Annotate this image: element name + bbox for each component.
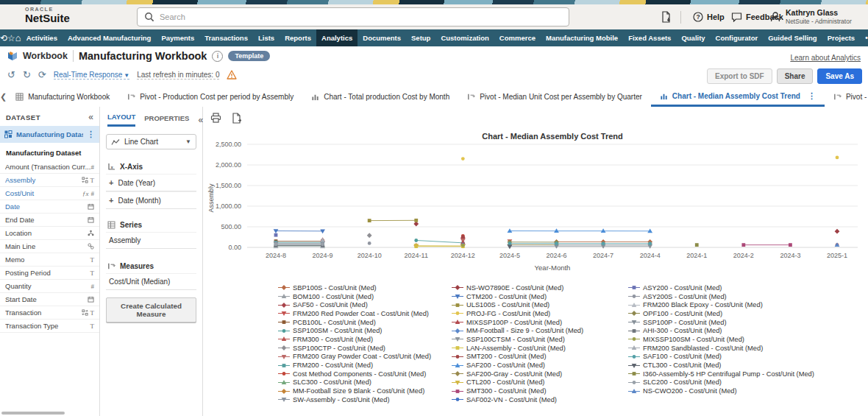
- dataset-selected-row[interactable]: Manufacturing Dataset ⋮: [0, 126, 99, 143]
- legend-item[interactable]: NS-WO7890E - Cost/Unit (Med): [452, 283, 628, 292]
- data-mode-dropdown[interactable]: Real-Time Response▼: [54, 71, 129, 80]
- legend-item[interactable]: BOM100 - Cost/Unit (Med): [278, 292, 452, 301]
- legend-item[interactable]: SAF200 - Cost/Unit (Med): [452, 361, 628, 370]
- legend-item[interactable]: SAF100 - Cost/Unit (Med): [628, 353, 814, 362]
- legend-item[interactable]: CTM200 - Cost/Unit (Med): [452, 292, 628, 301]
- nav-item-fixed-assets[interactable]: Fixed Assets: [623, 29, 676, 46]
- legend-item[interactable]: SAF200-Gray - Cost/Unit (Med): [452, 370, 628, 378]
- legend-item[interactable]: SW-Assembly - Cost/Unit (Med): [278, 395, 452, 404]
- legend-item[interactable]: PROJ-FG - Cost/Unit (Med): [452, 309, 628, 318]
- nav-item-documents[interactable]: Documents: [357, 29, 406, 46]
- export-to-sdf-button[interactable]: Export to SDF: [707, 68, 772, 84]
- legend-item[interactable]: SLC200 - Cost/Unit (Med): [628, 378, 814, 387]
- legend-item[interactable]: FRM200 Red Powder Coat - Cost/Unit (Med): [278, 309, 452, 318]
- dataset-field-cost-unit[interactable]: Cost/Unitƒx#: [0, 187, 99, 200]
- dataset-field-date[interactable]: Date: [0, 200, 99, 214]
- tab-layout[interactable]: LAYOUT: [107, 113, 135, 127]
- legend-item[interactable]: ASY200S - Cost/Unit (Med): [628, 292, 814, 301]
- dataset-field-posting-period[interactable]: Posting PeriodT: [0, 267, 99, 280]
- legend-item[interactable]: LAN-Assembly - Cost/Unit (Med): [452, 344, 628, 353]
- measure-item-cost-unit-median[interactable]: Cost/Unit (Median): [106, 273, 196, 290]
- redo-icon[interactable]: ↻: [23, 70, 31, 80]
- legend-item[interactable]: SAF002-VN - Cost/Unit (Med): [452, 395, 628, 404]
- tabs-scroll-left-icon[interactable]: ❮: [0, 87, 7, 107]
- legend-item[interactable]: SAF50 - Cost/Unit (Med): [278, 300, 452, 309]
- legend-item[interactable]: Cost Method Components - Cost/Unit (Med): [278, 370, 452, 378]
- legend-item[interactable]: SSP100SM - Cost/Unit (Med): [278, 326, 452, 335]
- xaxis-item-date-year-[interactable]: +Date (Year): [106, 174, 196, 191]
- legend-item[interactable]: SMT200 - Cost/Unit (Med): [452, 353, 628, 362]
- new-document-icon[interactable]: [661, 4, 672, 29]
- last-refresh-label[interactable]: Last refresh in minutes: 0: [137, 71, 219, 80]
- legend-item[interactable]: FRM200 Gray Powder Coat - Cost/Unit (Med…: [278, 353, 452, 362]
- legend-item[interactable]: SSP100P - Cost/Unit (Med): [628, 318, 814, 327]
- legend-item[interactable]: FRM200 Sandblasted - Cost/Unit (Med): [628, 344, 814, 353]
- dataset-menu-icon[interactable]: ⋮: [87, 130, 95, 139]
- legend-item[interactable]: SLC300 - Cost/Unit (Med): [278, 378, 452, 387]
- tab-chart-median-assembly-cost-trend[interactable]: Chart - Median Assembly Cost Trend⋮: [651, 87, 825, 107]
- legend-item[interactable]: FRM200 Black Epoxy - Cost/Unit (Med): [628, 300, 814, 309]
- warning-icon[interactable]: [227, 70, 237, 80]
- refresh-icon[interactable]: ⟳: [38, 70, 46, 80]
- legend-item[interactable]: FRM200 - Cost/Unit (Med): [278, 361, 452, 370]
- legend-item[interactable]: AHI-300 - Cost/Unit (Med): [628, 326, 814, 335]
- nav-item-guided-selling[interactable]: Guided Selling: [763, 29, 822, 46]
- legend-item[interactable]: CTL300 - Cost/Unit (Med): [628, 361, 814, 370]
- tab-pivot-produced-quantity-per-assembly-i[interactable]: Pivot - Produced Quantity per Assembly I: [825, 87, 868, 107]
- collapse-panel-icon[interactable]: «: [88, 113, 93, 121]
- nav-item-quality[interactable]: Quality: [676, 29, 710, 46]
- dataset-field-memo[interactable]: MemoT: [0, 253, 99, 267]
- dataset-field-amount-transaction-curr-[interactable]: Amount (Transaction Curr...#: [0, 161, 99, 174]
- tab-pivot-median-unit-cost-per-assembly-by-q[interactable]: Pivot - Median Unit Cost per Assembly by…: [458, 87, 651, 107]
- legend-item[interactable]: SBP100S - Cost/Unit (Med): [278, 283, 452, 292]
- tab-chart-total-production-cost-by-month[interactable]: Chart - Total production Cost by Month: [302, 87, 458, 107]
- oracle-netsuite-logo[interactable]: ORACLE NetSuite: [25, 7, 70, 24]
- nav-item-manufacturing-mobile[interactable]: Manufacturing Mobile: [541, 29, 623, 46]
- horizontal-scrollbar[interactable]: [1, 412, 65, 415]
- tab-pivot-production-cost-per-period-by-asse[interactable]: Pivot - Production Cost per period by As…: [118, 87, 302, 107]
- create-calculated-measure-button[interactable]: Create Calculated Measure: [106, 297, 196, 322]
- legend-item[interactable]: MM-Football Size 9 Blank - Cost/Unit (Me…: [278, 387, 452, 395]
- user-menu[interactable]: Kathryn Glass NetSuite - Administrator: [769, 8, 852, 26]
- dataset-field-assembly[interactable]: AssemblyT: [0, 174, 99, 187]
- dataset-field-main-line[interactable]: Main Line: [0, 240, 99, 253]
- dataset-field-transaction[interactable]: TransactionT: [0, 306, 99, 320]
- nav-item-payments[interactable]: Payments: [156, 29, 199, 46]
- info-icon[interactable]: i: [212, 51, 223, 62]
- dataset-field-start-date[interactable]: Start Date: [0, 293, 99, 306]
- legend-item[interactable]: PCB100L - Cost/Unit (Med): [278, 318, 452, 327]
- share-button[interactable]: Share: [777, 68, 814, 84]
- nav-item-reports[interactable]: Reports: [280, 29, 316, 46]
- legend-item[interactable]: MIXSSP100SM - Cost/Unit (Med): [628, 335, 814, 344]
- nav-overflow-icon[interactable]: •••: [860, 29, 868, 46]
- expand-icon[interactable]: +: [109, 196, 113, 205]
- legend-item[interactable]: NS-CWO200 - Cost/Unit (Med): [628, 387, 814, 395]
- nav-item-setup[interactable]: Setup: [406, 29, 435, 46]
- dataset-field-quantity[interactable]: Quantity#: [0, 280, 99, 293]
- legend-item[interactable]: SMT300 - Cost/Unit (Med): [452, 387, 628, 395]
- legend-item[interactable]: ULS100S - Cost/Unit (Med): [452, 300, 628, 309]
- dataset-field-transaction-type[interactable]: Transaction TypeT: [0, 320, 99, 333]
- legend-item[interactable]: I360-Assembly-5 HP Centrifugal Pump - Co…: [628, 370, 814, 378]
- legend-item[interactable]: MM-Football - Size 9 - Cost/Unit (Med): [452, 326, 628, 335]
- legend-item[interactable]: OPF100 - Cost/Unit (Med): [628, 309, 814, 318]
- legend-item[interactable]: SSP100CTP - Cost/Unit (Med): [278, 344, 452, 353]
- help-menu[interactable]: ? Help: [693, 4, 725, 29]
- tab-manufacturing-workbook[interactable]: Manufacturing Workbook: [7, 87, 118, 107]
- dataset-field-end-date[interactable]: End Date: [0, 214, 99, 227]
- home-icon[interactable]: ⌂: [15, 29, 21, 46]
- series-item-assembly[interactable]: Assembly: [106, 232, 196, 249]
- dataset-field-location[interactable]: Location: [0, 227, 99, 240]
- shortcuts-star-icon[interactable]: ☆: [7, 29, 15, 46]
- recent-records-icon[interactable]: ⟲: [0, 29, 7, 46]
- legend-item[interactable]: ASY200 - Cost/Unit (Med): [628, 283, 814, 292]
- undo-icon[interactable]: ↺: [7, 70, 15, 80]
- nav-item-advanced-manufacturing[interactable]: Advanced Manufacturing: [63, 29, 157, 46]
- legend-item[interactable]: FRM300 - Cost/Unit (Med): [278, 335, 452, 344]
- nav-item-transactions[interactable]: Transactions: [199, 29, 253, 46]
- tab-properties[interactable]: PROPERTIES: [144, 114, 189, 126]
- chart-type-select[interactable]: Line Chart ▼: [106, 134, 196, 149]
- search-input[interactable]: [158, 9, 558, 25]
- legend-item[interactable]: SSP100CTSM - Cost/Unit (Med): [452, 335, 628, 344]
- save-as-button[interactable]: Save As: [817, 68, 862, 84]
